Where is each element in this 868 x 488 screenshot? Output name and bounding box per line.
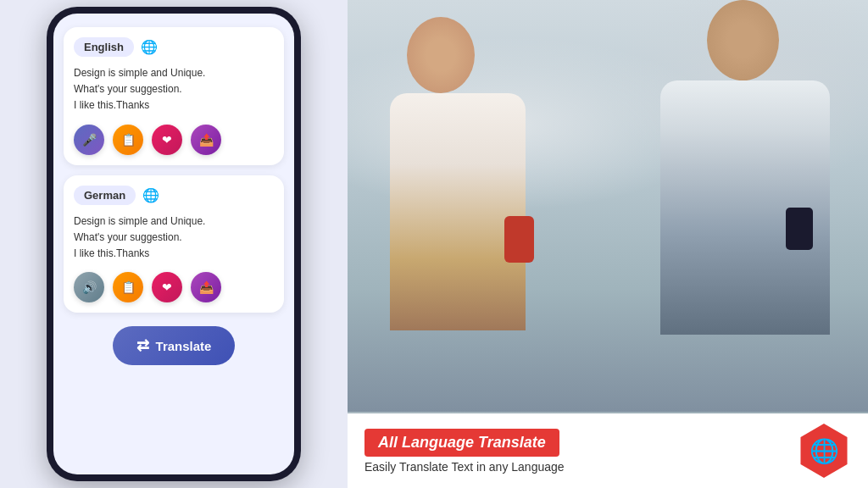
man-body: [660, 80, 830, 335]
banner-subtitle: Easily Translate Text in any Language: [364, 460, 797, 474]
source-globe-icon: 🌐: [141, 39, 158, 55]
translate-button[interactable]: ⇄ Translate: [113, 326, 236, 365]
target-favorite-button[interactable]: ❤: [152, 272, 182, 302]
woman-figure: [356, 17, 568, 412]
target-share-button[interactable]: 📤: [191, 272, 221, 302]
woman-body: [390, 93, 526, 330]
man-phone: [786, 208, 813, 250]
target-card: German 🌐 Design is simple and Unique. Wh…: [64, 175, 284, 313]
favorite-button[interactable]: ❤: [152, 125, 182, 155]
source-card: English 🌐 Design is simple and Unique. W…: [64, 27, 284, 165]
phone-frame: English 🌐 Design is simple and Unique. W…: [47, 7, 301, 481]
source-text: Design is simple and Unique. What's your…: [74, 65, 274, 114]
globe-hex-symbol: 🌐: [810, 437, 839, 465]
banner-title: All Language Translate: [364, 429, 559, 457]
bottom-banner: All Language Translate Easily Translate …: [348, 413, 868, 488]
target-globe-icon: 🌐: [142, 187, 159, 203]
globe-hex-icon: 🌐: [797, 424, 851, 478]
phone-panel: English 🌐 Design is simple and Unique. W…: [0, 0, 348, 488]
translate-icon: ⇄: [136, 336, 149, 355]
target-copy-button[interactable]: 📋: [113, 272, 143, 302]
target-card-header: German 🌐: [74, 186, 274, 205]
woman-phone: [504, 216, 534, 263]
man-head: [707, 0, 779, 80]
target-action-buttons: 🔊 📋 ❤ 📤: [74, 272, 274, 302]
man-figure: [631, 0, 860, 412]
photo-panel: All Language Translate Easily Translate …: [348, 0, 868, 488]
phone-screen: English 🌐 Design is simple and Unique. W…: [53, 14, 294, 474]
speaker-button[interactable]: 🔊: [74, 272, 104, 302]
mic-button[interactable]: 🎤: [74, 125, 104, 155]
share-button[interactable]: 📤: [191, 125, 221, 155]
source-card-header: English 🌐: [74, 37, 274, 57]
source-language-badge[interactable]: English: [74, 37, 134, 57]
woman-head: [407, 17, 475, 93]
translate-button-label: Translate: [156, 339, 212, 353]
banner-content: All Language Translate Easily Translate …: [364, 429, 797, 474]
copy-button[interactable]: 📋: [113, 125, 143, 155]
source-action-buttons: 🎤 📋 ❤ 📤: [74, 125, 274, 155]
target-text: Design is simple and Unique. What's your…: [74, 214, 274, 263]
couple-photo: All Language Translate Easily Translate …: [348, 0, 868, 488]
target-language-badge[interactable]: German: [74, 186, 136, 205]
